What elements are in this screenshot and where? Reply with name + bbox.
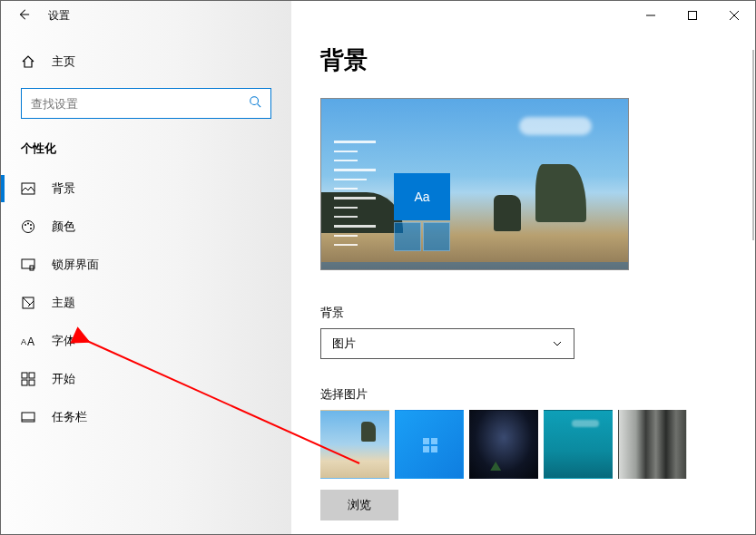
- nav-item-colors[interactable]: 颜色: [1, 208, 291, 246]
- nav-item-start[interactable]: 开始: [1, 360, 291, 398]
- preview-start-lines: [334, 141, 376, 253]
- picture-thumbnail[interactable]: [544, 410, 613, 479]
- picture-thumbnail[interactable]: [395, 410, 464, 479]
- search-input-container[interactable]: [21, 88, 271, 119]
- svg-rect-19: [29, 373, 34, 378]
- svg-point-9: [25, 224, 26, 226]
- themes-icon: [21, 296, 35, 310]
- nav-list: 背景 颜色 锁屏界面 主题 AA 字体 开始: [1, 170, 291, 436]
- preview-taskbar: [321, 262, 628, 269]
- svg-rect-18: [22, 373, 27, 378]
- nav-label: 颜色: [52, 219, 75, 235]
- maximize-icon: [688, 11, 697, 20]
- picture-thumbnail[interactable]: [469, 410, 538, 479]
- svg-point-8: [23, 221, 34, 233]
- picture-thumbnail[interactable]: [320, 410, 389, 479]
- scrollbar[interactable]: [752, 50, 754, 240]
- svg-text:A: A: [21, 337, 26, 346]
- titlebar: 设置: [1, 1, 755, 30]
- background-preview: Aa: [320, 98, 629, 270]
- start-icon: [21, 372, 35, 386]
- picture-thumbnails: [320, 410, 755, 479]
- page-heading: 背景: [320, 44, 755, 76]
- svg-rect-21: [29, 380, 34, 385]
- svg-line-6: [258, 104, 261, 108]
- preview-tile: [423, 222, 450, 251]
- palette-icon: [21, 219, 35, 234]
- browse-button[interactable]: 浏览: [320, 490, 398, 520]
- window-controls: [630, 1, 755, 30]
- search-icon: [249, 95, 261, 112]
- arrow-left-icon: [17, 8, 30, 21]
- fonts-icon: AA: [21, 334, 35, 348]
- picture-thumbnail[interactable]: [618, 410, 687, 479]
- nav-item-fonts[interactable]: AA 字体: [1, 322, 291, 360]
- chevron-down-icon: [552, 338, 563, 349]
- nav-item-lockscreen[interactable]: 锁屏界面: [1, 246, 291, 284]
- nav-item-themes[interactable]: 主题: [1, 284, 291, 322]
- nav-item-taskbar[interactable]: 任务栏: [1, 398, 291, 436]
- preview-rock: [535, 164, 586, 222]
- svg-rect-13: [22, 259, 34, 268]
- svg-point-11: [30, 224, 32, 226]
- nav-label: 主题: [52, 295, 75, 311]
- preview-tile: [394, 222, 421, 251]
- preview-cloud: [519, 117, 592, 135]
- home-link[interactable]: 主页: [1, 44, 291, 79]
- back-button[interactable]: [17, 8, 30, 24]
- search-input[interactable]: [31, 97, 249, 111]
- maximize-button[interactable]: [672, 1, 713, 30]
- main-content: 背景 Aa 背景 图片 选择图片: [291, 1, 755, 534]
- minimize-icon: [646, 11, 655, 20]
- svg-point-12: [30, 228, 32, 229]
- nav-label: 字体: [52, 333, 75, 349]
- settings-window: 设置 主页 个性化: [0, 0, 756, 535]
- dropdown-value: 图片: [332, 336, 356, 352]
- close-button[interactable]: [713, 1, 755, 30]
- close-icon: [730, 11, 739, 20]
- preview-rock: [494, 195, 521, 231]
- window-title: 设置: [48, 8, 70, 24]
- background-type-dropdown[interactable]: 图片: [320, 328, 574, 359]
- titlebar-left: 设置: [1, 8, 630, 24]
- sidebar: 主页 个性化 背景 颜色 锁屏界面 主题: [1, 1, 291, 534]
- preview-sample-tile: Aa: [394, 173, 450, 220]
- home-icon: [21, 54, 35, 69]
- nav-label: 背景: [52, 180, 75, 197]
- nav-label: 锁屏界面: [52, 257, 99, 273]
- taskbar-icon: [21, 410, 35, 424]
- lockscreen-icon: [21, 258, 35, 272]
- minimize-button[interactable]: [630, 1, 672, 30]
- home-label: 主页: [52, 54, 75, 70]
- svg-rect-20: [22, 380, 27, 385]
- svg-point-10: [27, 223, 29, 225]
- preview-start-overlay: Aa: [330, 133, 457, 260]
- background-type-label: 背景: [320, 305, 755, 321]
- choose-picture-label: 选择图片: [320, 386, 755, 403]
- svg-text:A: A: [27, 336, 34, 348]
- nav-item-background[interactable]: 背景: [1, 170, 291, 208]
- nav-label: 开始: [52, 371, 75, 387]
- nav-label: 任务栏: [52, 409, 87, 425]
- picture-icon: [21, 181, 35, 196]
- svg-point-5: [250, 97, 259, 105]
- svg-rect-2: [689, 12, 697, 20]
- section-title: 个性化: [1, 135, 291, 170]
